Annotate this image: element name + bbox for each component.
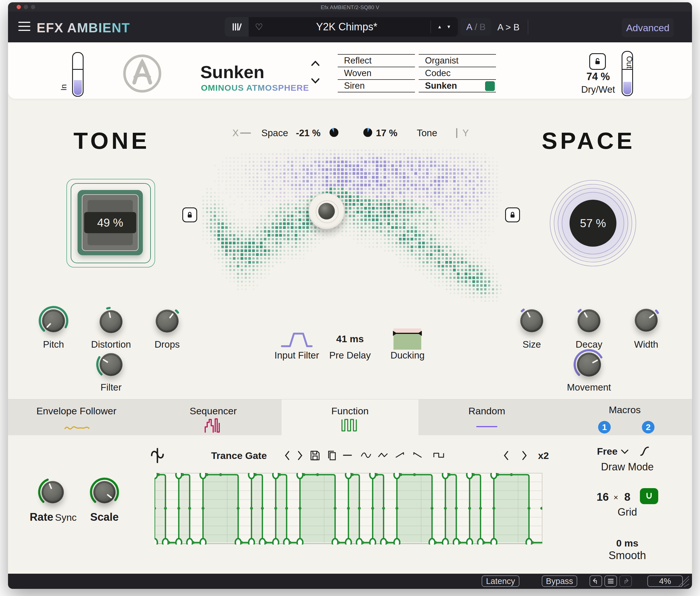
copy-icon[interactable]: [326, 450, 338, 461]
function-icon: [341, 417, 359, 433]
rate-knob[interactable]: [36, 476, 69, 508]
shape-line-icon[interactable]: [342, 451, 353, 460]
shape-ramp-up-icon[interactable]: [395, 451, 406, 460]
function-shape-icon: [150, 447, 165, 464]
xy-pad-handle[interactable]: [308, 193, 345, 229]
advanced-button[interactable]: Advanced: [622, 18, 674, 37]
sync-toggle[interactable]: Sync: [55, 512, 77, 523]
current-preset-subtitle: OMINOUS ATMOSPHERE: [201, 83, 309, 93]
shape-sine-icon[interactable]: [360, 451, 372, 460]
preset-list-item[interactable]: Siren: [338, 79, 415, 93]
ab-b-label[interactable]: B: [479, 22, 485, 32]
preset-prev-icon[interactable]: ▲: [437, 24, 442, 29]
rate-label: Rate: [30, 511, 53, 523]
pitch-knob[interactable]: [37, 305, 70, 337]
unlock-icon: [593, 57, 602, 66]
drops-knob[interactable]: [151, 305, 183, 337]
redo-icon: [622, 577, 629, 585]
favorite-icon[interactable]: ♡: [255, 22, 263, 32]
smooth-value[interactable]: 0 ms: [616, 538, 639, 549]
tab-envelope-follower[interactable]: Envelope Follower: [8, 399, 145, 435]
preset-up-icon[interactable]: [311, 60, 320, 67]
ducking-threshold-handles: [392, 330, 422, 336]
movement-knob[interactable]: [572, 348, 606, 381]
bypass-button[interactable]: Bypass: [542, 575, 577, 587]
y-lock-button[interactable]: [505, 207, 520, 222]
pattern-x2-button[interactable]: x2: [538, 450, 549, 461]
preset-list-item[interactable]: Woven: [338, 67, 415, 79]
shape-triangle-icon[interactable]: [377, 451, 389, 460]
grid-label: Grid: [618, 506, 637, 518]
draw-mode-label: Draw Mode: [601, 461, 654, 473]
function-next-icon[interactable]: [296, 450, 304, 461]
preset-next-icon[interactable]: ▼: [446, 24, 451, 29]
space-section-title: SPACE: [542, 127, 635, 154]
grid-cols-value[interactable]: 16: [597, 491, 609, 503]
ducking-control[interactable]: [394, 329, 421, 349]
size-knob[interactable]: [516, 305, 548, 337]
decay-knob[interactable]: [573, 305, 605, 337]
tab-function[interactable]: Function: [282, 399, 418, 435]
preset-list-item[interactable]: Codec: [419, 67, 496, 79]
xy-space-pie-knob[interactable]: [328, 127, 340, 138]
macos-titlebar: Efx AMBIENT/2-SQ80 V: [8, 2, 692, 11]
undo-icon: [592, 577, 600, 585]
shape-ramp-down-icon[interactable]: [412, 451, 423, 460]
preset-down-icon[interactable]: [311, 78, 320, 84]
history-menu-button[interactable]: [604, 575, 617, 587]
ducking-label: Ducking: [390, 350, 424, 361]
filter-knob[interactable]: [95, 348, 127, 381]
sequencer-icon: [204, 417, 222, 433]
output-meter-label: Out: [625, 56, 633, 69]
redo-button[interactable]: [619, 575, 632, 587]
xy-tone-pie-knob[interactable]: [362, 127, 373, 138]
ab-copy-button[interactable]: A > B: [497, 22, 519, 33]
pattern-shift-left-icon[interactable]: [502, 450, 510, 461]
selected-preset-badge: [485, 81, 495, 91]
width-knob[interactable]: [630, 304, 662, 336]
undo-button[interactable]: [590, 575, 602, 587]
preset-list-item[interactable]: Reflect: [338, 54, 415, 67]
chevron-down-icon[interactable]: [621, 449, 629, 455]
snap-magnet-button[interactable]: [640, 488, 658, 504]
macro-2-button[interactable]: 2: [642, 421, 654, 434]
pre-delay-value[interactable]: 41 ms: [336, 333, 364, 344]
function-prev-icon[interactable]: [283, 450, 291, 461]
latency-button[interactable]: Latency: [482, 575, 519, 587]
status-bar: Latency Bypass 4%: [8, 574, 692, 589]
brand-wordmark: EFX AMBIENT: [36, 20, 130, 35]
function-preset-name[interactable]: Trance Gate: [211, 450, 267, 461]
scale-knob[interactable]: [89, 476, 121, 508]
window-title: Efx AMBIENT/2-SQ80 V: [8, 4, 692, 10]
preset-name[interactable]: Y2K Chimps*: [263, 21, 431, 33]
pattern-shift-right-icon[interactable]: [520, 450, 528, 461]
preset-browser-bar: ♡ Y2K Chimps* ▲ ▼: [225, 17, 458, 36]
tab-random[interactable]: Random: [418, 399, 555, 435]
curve-mode-icon[interactable]: [639, 445, 651, 457]
xy-space-value[interactable]: -21 %: [296, 128, 321, 138]
distortion-knob[interactable]: [95, 305, 127, 338]
draw-mode-value[interactable]: Free: [597, 446, 618, 457]
input-filter-icon[interactable]: [280, 331, 313, 348]
x-axis-label: X: [232, 128, 239, 138]
grid-rows-value[interactable]: 8: [624, 491, 630, 503]
macro-1-button[interactable]: 1: [598, 421, 611, 434]
current-preset-title: Sunken: [200, 62, 265, 82]
xy-pad-field[interactable]: [197, 145, 506, 309]
x-lock-button[interactable]: [182, 207, 197, 222]
menu-icon: [607, 577, 615, 585]
input-filter-label: Input Filter: [274, 350, 319, 361]
preset-list-item[interactable]: Organist: [419, 54, 496, 67]
trance-gate-editor[interactable]: [154, 473, 542, 544]
xy-tone-value[interactable]: 17 %: [376, 128, 397, 138]
ab-toggle[interactable]: A / B: [460, 18, 491, 36]
save-icon[interactable]: [309, 450, 321, 461]
lock-icon: [508, 211, 517, 219]
ab-a-label[interactable]: A: [466, 22, 472, 32]
dry-wet-lock-button[interactable]: [589, 53, 606, 70]
tab-sequencer[interactable]: Sequencer: [145, 399, 282, 435]
library-icon[interactable]: [225, 17, 249, 36]
preset-list-item-selected[interactable]: Sunken: [419, 79, 496, 93]
shape-square-icon[interactable]: [432, 451, 445, 460]
resize-grip[interactable]: [675, 576, 690, 588]
